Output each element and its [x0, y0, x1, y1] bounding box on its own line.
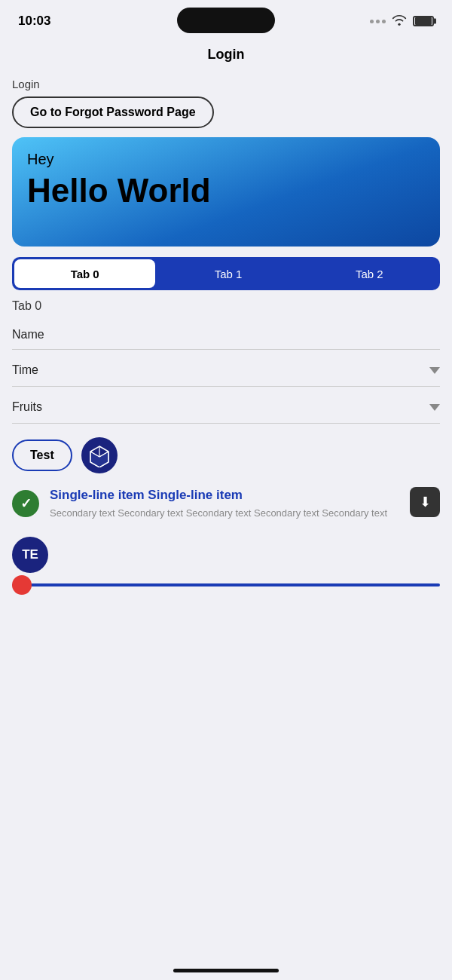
hero-hey-text: Hey: [27, 151, 425, 168]
list-item-text: Single-line item Single-line item Second…: [50, 487, 399, 520]
name-label: Name: [12, 328, 440, 341]
login-section: Login Go to Forgot Password Page: [0, 72, 452, 137]
wifi-icon: [392, 14, 407, 28]
check-circle-icon: ✓: [12, 490, 39, 517]
forgot-password-button[interactable]: Go to Forgot Password Page: [12, 96, 214, 128]
battery-icon: [413, 16, 434, 26]
list-item: ✓ Single-line item Single-line item Seco…: [0, 478, 452, 529]
download-button[interactable]: ⬇: [410, 487, 440, 517]
slider-thumb[interactable]: [12, 575, 32, 595]
tabs-container: Tab 0 Tab 1 Tab 2: [12, 257, 440, 290]
list-item-secondary: Secondary text Secondary text Secondary …: [50, 507, 399, 520]
download-icon: ⬇: [420, 494, 431, 510]
time-label: Time: [12, 363, 38, 377]
hero-banner: Hey Hello World: [12, 137, 440, 247]
tab-1[interactable]: Tab 1: [157, 257, 298, 290]
cube-icon: [81, 437, 118, 473]
actions-row: Test: [0, 424, 452, 478]
tab-2[interactable]: Tab 2: [299, 257, 440, 290]
status-bar: 10:03: [0, 0, 452, 41]
name-field-row: Name: [12, 316, 440, 350]
nav-title: Login: [0, 41, 452, 72]
tab-0[interactable]: Tab 0: [14, 259, 155, 288]
status-time: 10:03: [18, 14, 50, 29]
test-button[interactable]: Test: [12, 439, 72, 471]
signal-dots-icon: [370, 20, 386, 23]
slider-row: [0, 579, 452, 586]
slider-track[interactable]: [12, 583, 440, 586]
fruits-field-row[interactable]: Fruits: [12, 387, 440, 424]
time-field-row[interactable]: Time: [12, 350, 440, 387]
tab-content-label: Tab 0: [0, 290, 452, 316]
status-icons: [370, 14, 434, 28]
avatar: TE: [12, 537, 48, 573]
dynamic-island: [177, 8, 275, 33]
login-label: Login: [12, 78, 440, 90]
chevron-down-icon: [429, 367, 440, 374]
form-section: Name Time Fruits: [0, 316, 452, 424]
hero-title-text: Hello World: [27, 173, 425, 209]
avatar-row: TE: [0, 529, 452, 579]
list-item-title: Single-line item Single-line item: [50, 487, 399, 504]
home-indicator: [173, 969, 279, 972]
checkmark-icon: ✓: [20, 495, 32, 512]
chevron-down-icon: [429, 404, 440, 411]
fruits-label: Fruits: [12, 400, 42, 414]
